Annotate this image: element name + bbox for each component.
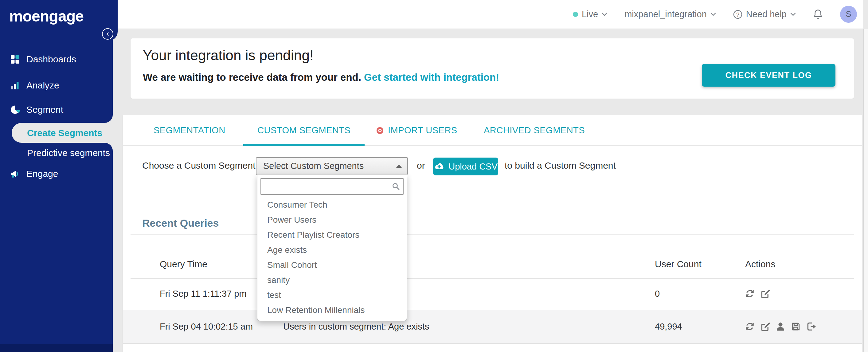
need-help-label: Need help — [746, 9, 786, 19]
need-help-dropdown[interactable]: ? Need help — [733, 9, 796, 19]
sidebar-item-label: Predictive segments — [27, 148, 110, 158]
user-count-cell: 0 — [655, 289, 660, 299]
sidebar-header: moengage — [0, 0, 118, 41]
select-value: Select Custom Segments — [263, 161, 364, 171]
sidebar-item-engage[interactable]: Engage — [10, 167, 58, 180]
environment-dropdown[interactable]: Live — [573, 9, 607, 19]
live-status-dot — [573, 12, 578, 17]
sidebar-collapse-button[interactable] — [102, 28, 113, 40]
sidebar-item-predictive-segments[interactable]: Predictive segments — [27, 147, 110, 159]
svg-text:?: ? — [736, 11, 739, 18]
topbar: Live mixpanel_integration ? Need help S — [118, 0, 863, 29]
pill-notch-top — [105, 115, 113, 123]
notifications-button[interactable] — [813, 9, 823, 20]
avatar-initial: S — [845, 9, 851, 19]
actions-cell — [745, 321, 816, 332]
dropdown-option[interactable]: Recent Playlist Creators — [257, 227, 407, 242]
table-row: Fri Sep 04 10:02:15 am Users in custom s… — [123, 310, 862, 344]
sidebar: Dashboards Analyze Segment Create Segmen… — [0, 0, 113, 352]
tab-archived-segments[interactable]: ARCHIVED SEGMENTS — [484, 115, 585, 146]
export-icon[interactable] — [806, 321, 816, 332]
bell-icon — [813, 9, 823, 20]
banner-title: Your integration is pending! — [143, 47, 314, 64]
divider — [130, 234, 854, 235]
help-icon: ? — [733, 10, 742, 19]
tab-label: CUSTOM SEGMENTS — [257, 125, 350, 135]
chevron-left-icon — [105, 32, 110, 37]
dropdown-option[interactable]: Age exists — [257, 242, 407, 257]
sidebar-footer — [0, 344, 113, 352]
tab-import-users[interactable]: IMPORT USERS — [376, 115, 457, 146]
recent-queries-title: Recent Queries — [142, 217, 219, 229]
check-event-log-button[interactable]: CHECK EVENT LOG — [702, 64, 835, 87]
integration-banner: Your integration is pending! We are wait… — [130, 38, 854, 99]
edit-icon[interactable] — [760, 288, 770, 299]
actions-cell — [745, 288, 770, 299]
tab-label: IMPORT USERS — [388, 125, 457, 135]
chevron-down-icon — [710, 12, 716, 16]
segments-panel: SEGMENTATION CUSTOM SEGMENTS IMPORT USER… — [123, 115, 862, 352]
tab-segmentation[interactable]: SEGMENTATION — [154, 115, 225, 146]
query-time-cell: Fri Sep 11 1:11:37 pm — [160, 289, 247, 299]
dropdown-option[interactable]: sanity — [257, 273, 407, 288]
moengage-logo[interactable]: moengage — [9, 7, 84, 25]
user-icon[interactable] — [775, 321, 786, 332]
query-time-cell: Fri Sep 04 10:02:15 am — [160, 322, 253, 332]
search-icon — [392, 183, 400, 190]
chevron-down-icon — [602, 12, 607, 16]
sidebar-item-label: Create Segments — [27, 128, 102, 138]
environment-label: Live — [582, 9, 598, 19]
sidebar-item-label: Segment — [26, 104, 63, 115]
select-arrow-up-icon — [396, 164, 402, 168]
pie-chart-icon — [10, 105, 20, 114]
sidebar-item-label: Engage — [26, 169, 58, 179]
sidebar-item-label: Analyze — [26, 80, 59, 91]
get-started-link[interactable]: Get started with integration! — [364, 71, 499, 83]
page-scrollbar[interactable] — [863, 29, 868, 352]
dropdown-option[interactable]: Small Cohort — [257, 257, 407, 273]
sidebar-item-analyze[interactable]: Analyze — [10, 79, 59, 92]
save-icon[interactable] — [790, 321, 801, 332]
dropdown-search-input[interactable] — [260, 178, 404, 195]
sidebar-item-label: Dashboards — [26, 54, 76, 64]
upload-csv-button[interactable]: Upload CSV — [433, 158, 498, 175]
column-header-actions: Actions — [745, 259, 775, 269]
tab-label: SEGMENTATION — [154, 125, 225, 135]
build-custom-segment-text: to build a Custom Segment — [505, 160, 616, 171]
tab-custom-segments[interactable]: CUSTOM SEGMENTS — [257, 115, 350, 146]
refresh-icon[interactable] — [745, 321, 755, 332]
cloud-upload-icon — [434, 162, 445, 171]
dropdown-option[interactable]: Power Users — [257, 212, 407, 227]
custom-segment-select[interactable]: Select Custom Segments — [256, 157, 408, 175]
column-header-query-time: Query Time — [160, 259, 207, 269]
dropdown-option[interactable]: test — [257, 288, 407, 302]
or-text: or — [417, 160, 425, 171]
bar-chart-icon — [10, 81, 20, 90]
user-count-cell: 49,994 — [655, 322, 682, 332]
dashboards-grid-icon — [10, 55, 20, 64]
choose-custom-segment-label: Choose a Custom Segment: — [142, 160, 258, 171]
project-name: mixpanel_integration — [624, 9, 707, 19]
refresh-icon[interactable] — [745, 288, 755, 299]
tab-label: ARCHIVED SEGMENTS — [484, 125, 585, 135]
sidebar-item-segment[interactable]: Segment — [10, 103, 63, 116]
dropdown-options-list: Consumer TechPower UsersRecent Playlist … — [257, 197, 407, 318]
target-icon — [376, 127, 384, 134]
upload-csv-label: Upload CSV — [448, 162, 498, 172]
custom-segment-dropdown: Consumer TechPower UsersRecent Playlist … — [257, 174, 407, 321]
project-dropdown[interactable]: mixpanel_integration — [624, 9, 716, 19]
edit-icon[interactable] — [760, 321, 770, 332]
table-row: Fri Sep 11 1:11:37 pm 0 — [123, 279, 862, 309]
banner-subtitle: We are waiting to receive data from your… — [143, 71, 499, 83]
dropdown-option[interactable]: Low Retention Millennials — [257, 302, 407, 318]
tabs-row: SEGMENTATION CUSTOM SEGMENTS IMPORT USER… — [123, 115, 862, 146]
chevron-down-icon — [790, 12, 796, 16]
dropdown-option[interactable]: Consumer Tech — [257, 197, 407, 212]
app-window: Live mixpanel_integration ? Need help S — [0, 0, 868, 352]
banner-subtitle-text: We are waiting to receive data from your… — [143, 71, 361, 83]
query-cell: Users in custom segment: Age exists — [283, 322, 429, 332]
sidebar-item-create-segments[interactable]: Create Segments — [12, 123, 113, 143]
sidebar-item-dashboards[interactable]: Dashboards — [10, 53, 76, 66]
avatar[interactable]: S — [840, 6, 857, 23]
megaphone-icon — [10, 169, 20, 179]
